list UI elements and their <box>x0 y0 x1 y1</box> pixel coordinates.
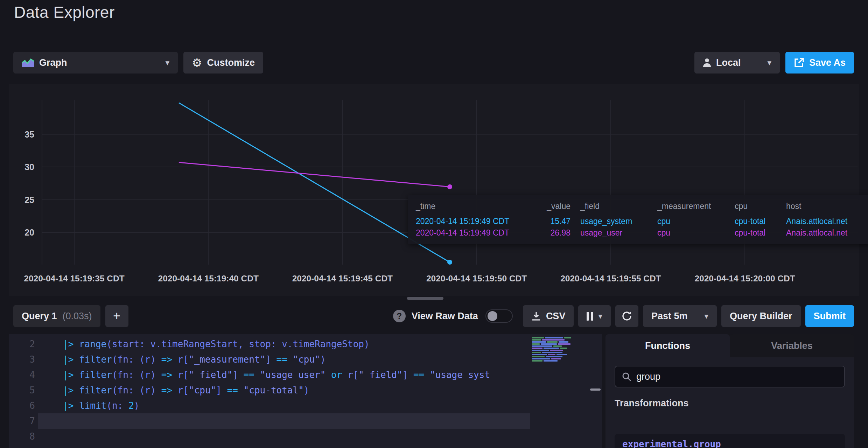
code-line[interactable]: 2|> range(start: v.timeRangeStart, stop:… <box>9 336 530 352</box>
chevron-down-icon: ▾ <box>165 59 169 67</box>
y-tick-label: 35 <box>24 130 34 139</box>
code-text: |> filter(fn: (r) => r["_field"] == "usa… <box>35 370 490 380</box>
refresh-button[interactable] <box>615 305 638 327</box>
pause-icon <box>587 312 593 321</box>
x-tick-label: 2020-04-14 15:19:40 CDT <box>158 274 259 283</box>
toggle-knob <box>488 311 497 321</box>
code-line[interactable]: 5|> filter(fn: (r) => r["cpu"] == "cpu-t… <box>9 383 530 398</box>
save-as-label: Save As <box>809 57 846 68</box>
chart-panel[interactable]: 2020-04-14 15:19:35 CDT2020-04-14 15:19:… <box>9 84 859 296</box>
chart-tooltip: _time_value_field_measurementcpuhost2020… <box>408 195 868 244</box>
chevron-down-icon: ▾ <box>598 312 602 320</box>
tab-variables[interactable]: Variables <box>730 334 854 357</box>
customize-button[interactable]: ⚙ Customize <box>183 52 263 74</box>
scope-dropdown[interactable]: Local ▾ <box>694 52 780 74</box>
x-tick-label: 2020-04-14 15:19:55 CDT <box>560 274 661 283</box>
query-duration: (0.03s) <box>63 311 92 322</box>
visualization-type-label: Graph <box>39 57 67 68</box>
view-raw-data-label: View Raw Data <box>412 311 478 322</box>
customize-label: Customize <box>207 57 255 68</box>
minimap-line <box>532 348 597 349</box>
tooltip-column-header: _value <box>531 201 570 216</box>
tooltip-cell: cpu-total <box>735 216 786 227</box>
view-raw-data-toggle[interactable] <box>485 309 513 323</box>
query-tab[interactable]: Query 1 (0.03s) <box>13 305 100 327</box>
code-text: |> limit(n: 2) <box>35 400 139 411</box>
toolbar-right-group: Local ▾ Save As <box>694 52 854 74</box>
function-search-input[interactable] <box>636 371 838 382</box>
function-category-label: Transformations <box>615 398 845 409</box>
x-tick-label: 2020-04-14 15:19:35 CDT <box>24 274 124 283</box>
tooltip-column-header: host <box>786 201 868 216</box>
minimap-line <box>532 358 597 359</box>
visualization-type-dropdown[interactable]: Graph ▾ <box>13 52 178 74</box>
line-number: 7 <box>9 416 35 426</box>
submit-label: Submit <box>814 311 846 322</box>
graph-icon <box>22 58 34 68</box>
tooltip-column-header: cpu <box>735 201 786 216</box>
x-tick-label: 2020-04-14 15:19:50 CDT <box>426 274 527 283</box>
function-search[interactable] <box>615 366 845 387</box>
time-series-chart[interactable]: 2020-04-14 15:19:35 CDT2020-04-14 15:19:… <box>9 84 859 296</box>
tooltip-cell: Anais.attlocal.net <box>786 216 868 227</box>
tab-functions[interactable]: Functions <box>606 334 730 357</box>
tooltip-cell: usage_user <box>570 227 657 239</box>
tooltip-cell: 15.47 <box>531 216 570 227</box>
help-glyph: ? <box>397 311 402 321</box>
help-icon[interactable]: ? <box>393 310 406 322</box>
save-as-button[interactable]: Save As <box>785 52 854 74</box>
chevron-down-icon: ▾ <box>704 312 708 320</box>
line-number: 5 <box>9 385 35 396</box>
data-explorer-page: Data Explorer Graph ▾ ⚙ Customize <box>0 0 868 448</box>
csv-label: CSV <box>546 311 566 322</box>
tooltip-cell: usage_system <box>570 216 657 227</box>
minimap-line <box>532 339 597 341</box>
code-line[interactable]: 6|> limit(n: 2) <box>9 398 530 413</box>
pause-dropdown-button[interactable]: ▾ <box>578 305 611 327</box>
minimap-line <box>532 341 597 343</box>
query-builder-button[interactable]: Query Builder <box>721 305 801 327</box>
flux-script-editor[interactable]: 2|> range(start: v.timeRangeStart, stop:… <box>9 334 602 448</box>
tooltip-cell: 26.98 <box>531 227 570 239</box>
x-tick-label: 2020-04-14 15:19:45 CDT <box>292 274 393 283</box>
editor-minimap[interactable] <box>532 337 597 362</box>
code-line[interactable]: 4|> filter(fn: (r) => r["_field"] == "us… <box>9 367 530 383</box>
x-tick-label: 2020-04-14 15:20:00 CDT <box>694 274 795 283</box>
minimap-line <box>532 356 597 357</box>
gear-icon: ⚙ <box>192 57 202 69</box>
tooltip-cell: cpu <box>657 227 735 239</box>
submit-button[interactable]: Submit <box>805 305 854 327</box>
functions-panel-body: Transformations experimental.group <box>606 357 854 448</box>
time-range-label: Past 5m <box>651 311 688 322</box>
export-icon <box>794 57 804 68</box>
code-text: |> filter(fn: (r) => r["cpu"] == "cpu-to… <box>35 385 309 396</box>
code-line[interactable]: 8 <box>9 429 530 444</box>
minimap-line <box>532 345 597 347</box>
editor-panel-resize-handle[interactable] <box>590 388 601 391</box>
code-line[interactable]: 7 <box>9 413 530 429</box>
minimap-line <box>532 343 597 345</box>
query-actions-group: ? View Raw Data CSV ▾ <box>393 305 854 327</box>
line-number: 3 <box>9 354 35 365</box>
minimap-line <box>532 360 597 362</box>
code-text: |> range(start: v.timeRangeStart, stop: … <box>35 339 370 349</box>
minimap-line <box>532 350 597 351</box>
y-tick-label: 20 <box>24 227 34 237</box>
search-icon <box>622 372 631 382</box>
csv-download-button[interactable]: CSV <box>523 305 574 327</box>
tooltip-column-header: _time <box>416 201 531 216</box>
query-tabs-group: Query 1 (0.03s) + <box>13 305 128 327</box>
tooltip-column-header: _measurement <box>657 201 735 216</box>
line-number: 4 <box>9 370 35 380</box>
time-range-dropdown[interactable]: Past 5m ▾ <box>643 305 717 327</box>
add-query-button[interactable]: + <box>105 305 128 327</box>
query-toolbar: Query 1 (0.03s) + ? View Raw Data CSV <box>13 305 854 327</box>
tooltip-cell: Anais.attlocal.net <box>786 227 868 239</box>
function-list-item[interactable]: experimental.group <box>615 434 845 448</box>
minimap-line <box>532 354 597 355</box>
page-title: Data Explorer <box>14 3 115 22</box>
line-number: 6 <box>9 400 35 411</box>
refresh-icon <box>622 311 632 321</box>
code-line[interactable]: 3|> filter(fn: (r) => r["_measurement"] … <box>9 352 530 367</box>
panel-resize-handle[interactable] <box>407 297 443 300</box>
